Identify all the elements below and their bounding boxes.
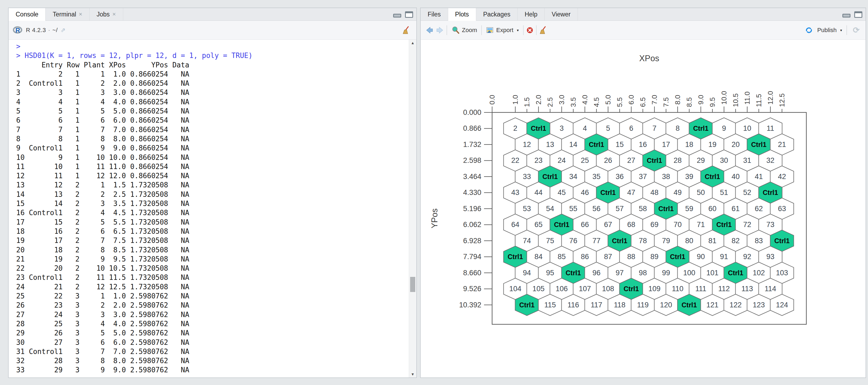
forward-plot-arrow-icon[interactable] — [436, 26, 444, 34]
maximize-pane-icon[interactable] — [854, 11, 862, 18]
x-tick-label: 9.0 — [697, 95, 705, 105]
hex-cell-label: 113 — [741, 285, 753, 293]
hex-cell-label: Ctrl1 — [624, 285, 639, 292]
x-tick-label: 12.5 — [778, 93, 786, 107]
hex-cell-label: 65 — [534, 221, 542, 229]
hex-cell-label: 31 — [743, 156, 751, 164]
close-icon[interactable]: × — [113, 11, 116, 18]
back-plot-arrow-icon[interactable] — [425, 26, 433, 34]
plot-area: XPosYPos0.01.01.52.02.53.03.54.04.55.05.… — [421, 40, 866, 378]
tab-viewer[interactable]: Viewer — [545, 8, 578, 21]
y-tick-label: 1.732 — [463, 140, 481, 149]
console-scrollbar[interactable]: ▲ ▼ — [409, 40, 416, 378]
hex-cell-label: 37 — [639, 172, 647, 181]
tab-jobs[interactable]: Jobs × — [90, 8, 123, 21]
tab-help[interactable]: Help — [518, 8, 545, 21]
hex-cell-label: Ctrl1 — [774, 237, 790, 245]
hex-cell-label: 56 — [592, 205, 600, 213]
hex-cell-label: Ctrl1 — [763, 189, 778, 196]
hex-cell-label: Ctrl1 — [705, 173, 720, 180]
minimize-pane-icon[interactable] — [842, 14, 850, 18]
console-line: 19 17 2 7 7.5 1.7320508 NA — [16, 236, 408, 245]
hex-cell-label: 108 — [602, 285, 614, 293]
scrollbar-thumb[interactable] — [410, 277, 415, 292]
export-button-label: Export — [496, 27, 514, 34]
clear-all-plots-broom-icon[interactable] — [539, 26, 548, 34]
zoom-plot-button[interactable]: Zoom — [449, 25, 479, 35]
export-plot-button[interactable]: Export ▾ — [484, 26, 521, 35]
plot-ylabel: YPos — [430, 208, 439, 228]
y-tick-label: 7.794 — [463, 253, 481, 261]
hex-cell-label: 33 — [523, 172, 531, 181]
close-icon[interactable]: × — [79, 11, 82, 18]
hex-cell-label: 98 — [639, 269, 647, 277]
toolbar-separator — [446, 25, 447, 35]
plots-pane: Files Plots Packages Help Viewer — [420, 7, 866, 378]
scroll-down-icon[interactable]: ▼ — [409, 372, 416, 376]
hex-cell-label: 73 — [766, 221, 774, 229]
hex-cell-label: 48 — [650, 188, 658, 197]
hex-cell-label: Ctrl1 — [531, 125, 546, 132]
open-directory-icon[interactable]: ⇗ — [60, 27, 65, 34]
hex-cell-label: 12 — [523, 140, 531, 149]
console-line: 28 25 3 4 4.0 2.5980762 NA — [16, 319, 408, 328]
hex-cell-label: 44 — [534, 188, 542, 197]
hex-cell-label: 53 — [523, 205, 531, 213]
tab-files[interactable]: Files — [421, 8, 448, 21]
refresh-plot-icon[interactable]: ⟳ — [853, 25, 860, 35]
r-logo-icon: R — [13, 26, 23, 34]
x-tick-label: 5.0 — [604, 95, 612, 105]
hex-cell-label: 13 — [546, 140, 554, 149]
console-line: 22 20 2 10 10.5 1.7320508 NA — [16, 264, 408, 273]
console-line: 12 11 1 12 12.0 0.8660254 NA — [16, 171, 408, 180]
tab-terminal-label: Terminal — [53, 11, 76, 18]
hex-cell-label: 85 — [558, 253, 566, 261]
clear-console-broom-icon[interactable] — [402, 26, 410, 34]
x-tick-label: 7.5 — [662, 97, 670, 107]
hex-cell-label: 21 — [778, 140, 786, 149]
remove-plot-icon[interactable] — [526, 26, 534, 34]
hex-cell-label: 103 — [776, 269, 788, 277]
scroll-up-icon[interactable]: ▲ — [409, 41, 416, 45]
console-line: 21 19 2 9 9.5 1.7320508 NA — [16, 255, 408, 264]
hex-cell-label: Ctrl1 — [508, 253, 523, 260]
hex-cell-label: 106 — [556, 285, 568, 293]
hex-cell-label: 45 — [558, 188, 566, 197]
console-output[interactable]: >> HSD01(K = 1, rows = 12, plpr = 12, d … — [9, 40, 408, 378]
console-line: 6 6 1 6 6.0 0.8660254 NA — [16, 116, 408, 125]
tab-help-label: Help — [525, 11, 537, 18]
y-tick-label: 3.464 — [463, 172, 481, 181]
hex-cell-label: 82 — [732, 237, 740, 245]
y-tick-label: 8.660 — [463, 269, 481, 277]
console-line: 5 5 1 5 5.0 0.8660254 NA — [16, 106, 408, 116]
hex-cell-label: Ctrl1 — [542, 173, 558, 180]
publish-icon — [805, 26, 813, 34]
hex-cell-label: 36 — [616, 172, 624, 181]
y-tick-label: 9.526 — [463, 285, 481, 293]
tab-plots[interactable]: Plots — [448, 8, 476, 21]
minimize-pane-icon[interactable] — [393, 14, 401, 18]
maximize-pane-icon[interactable] — [405, 11, 413, 18]
publish-button[interactable]: Publish ▾ — [803, 25, 844, 35]
hex-cell-label: 114 — [765, 285, 776, 293]
console-line: 24 21 2 12 12.5 1.7320508 NA — [16, 282, 408, 291]
hex-cell-label: Ctrl1 — [612, 237, 627, 245]
hex-cell-label: 66 — [581, 221, 589, 229]
hex-cell-label: 41 — [755, 172, 763, 181]
hex-cell-label: 39 — [685, 172, 693, 181]
x-tick-label: 6.0 — [627, 95, 635, 105]
r-session-info[interactable]: R 4.2.3·~/ — [26, 27, 58, 34]
console-line: 26 23 3 2 2.0 2.5980762 NA — [16, 300, 408, 310]
tab-console[interactable]: Console — [9, 8, 45, 21]
magnifier-icon — [452, 26, 460, 34]
x-tick-label: 0.0 — [488, 95, 496, 105]
hex-cell-label: 18 — [685, 140, 693, 149]
tab-terminal[interactable]: Terminal × — [45, 8, 90, 21]
tab-packages[interactable]: Packages — [476, 8, 518, 21]
x-tick-label: 3.5 — [569, 97, 577, 107]
hex-cell-label: 49 — [674, 188, 682, 197]
x-tick-label: 4.5 — [592, 97, 600, 107]
hex-cell-label: 32 — [766, 156, 774, 164]
dropdown-caret-icon: ▾ — [517, 28, 519, 32]
x-tick-label: 11.0 — [743, 91, 751, 105]
